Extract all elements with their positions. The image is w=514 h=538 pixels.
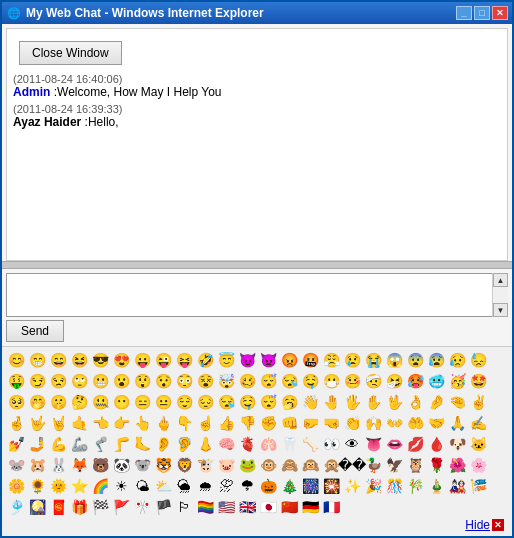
emoji-item[interactable]: 🐻 bbox=[90, 455, 110, 475]
emoji-item[interactable]: 😷 bbox=[321, 371, 341, 391]
emoji-item[interactable]: 🤜 bbox=[321, 413, 341, 433]
emoji-item[interactable]: 💅 bbox=[6, 434, 26, 454]
emoji-item[interactable]: 🌧 bbox=[195, 476, 215, 496]
emoji-item[interactable]: 🌼 bbox=[6, 476, 26, 496]
emoji-item[interactable]: 🇺🇸 bbox=[216, 497, 236, 517]
emoji-item[interactable]: 🤣 bbox=[195, 350, 215, 370]
emoji-item[interactable]: 😎 bbox=[90, 350, 110, 370]
emoji-item[interactable]: 👎 bbox=[237, 413, 257, 433]
emoji-item[interactable]: 😍 bbox=[111, 350, 131, 370]
emoji-item[interactable]: 🇨🇳 bbox=[279, 497, 299, 517]
emoji-item[interactable]: 🖐 bbox=[342, 392, 362, 412]
emoji-item[interactable]: 🎑 bbox=[27, 497, 47, 517]
emoji-item[interactable]: 🦶 bbox=[132, 434, 152, 454]
emoji-item[interactable]: 🐯 bbox=[153, 455, 173, 475]
emoji-item[interactable]: 🤭 bbox=[27, 392, 47, 412]
emoji-item[interactable]: ⛅ bbox=[153, 476, 173, 496]
emoji-item[interactable]: 😶 bbox=[111, 392, 131, 412]
emoji-item[interactable]: 🏴 bbox=[153, 497, 173, 517]
emoji-item[interactable]: ✌ bbox=[468, 392, 488, 412]
emoji-item[interactable]: 🤔 bbox=[69, 392, 89, 412]
emoji-item[interactable]: 🦴 bbox=[300, 434, 320, 454]
emoji-item[interactable]: 🤑 bbox=[6, 371, 26, 391]
close-window-button[interactable]: Close Window bbox=[19, 41, 122, 65]
emoji-item[interactable]: 👍 bbox=[216, 413, 236, 433]
emoji-item[interactable]: 😴 bbox=[258, 392, 278, 412]
emoji-item[interactable]: 🎃 bbox=[258, 476, 278, 496]
emoji-item[interactable]: 🌸 bbox=[468, 455, 488, 475]
emoji-item[interactable]: 🎆 bbox=[300, 476, 320, 496]
emoji-item[interactable]: 🐮 bbox=[195, 455, 215, 475]
emoji-item[interactable]: 👁 bbox=[342, 434, 362, 454]
emoji-item[interactable]: 😪 bbox=[279, 371, 299, 391]
emoji-item[interactable]: 🤩 bbox=[468, 371, 488, 391]
emoji-item[interactable]: 👊 bbox=[279, 413, 299, 433]
emoji-item[interactable]: 👿 bbox=[258, 350, 278, 370]
emoji-item[interactable]: ✍ bbox=[468, 413, 488, 433]
emoji-item[interactable]: 🤲 bbox=[405, 413, 425, 433]
emoji-item[interactable]: 🙉 bbox=[300, 455, 320, 475]
emoji-item[interactable]: 👂 bbox=[153, 434, 173, 454]
scroll-down-arrow[interactable]: ▼ bbox=[493, 303, 508, 317]
emoji-item[interactable]: 😡 bbox=[279, 350, 299, 370]
emoji-item[interactable]: 😐 bbox=[153, 392, 173, 412]
emoji-item[interactable]: 🌺 bbox=[447, 455, 467, 475]
emoji-item[interactable]: 🎏 bbox=[468, 476, 488, 496]
emoji-item[interactable]: 🤤 bbox=[300, 371, 320, 391]
emoji-item[interactable]: 🎍 bbox=[426, 476, 446, 496]
emoji-item[interactable]: 😈 bbox=[237, 350, 257, 370]
emoji-item[interactable]: 🤞 bbox=[6, 413, 26, 433]
scroll-up-arrow[interactable]: ▲ bbox=[493, 273, 508, 287]
emoji-item[interactable]: 🐵 bbox=[258, 455, 278, 475]
emoji-item[interactable]: 😭 bbox=[363, 350, 383, 370]
hide-emoji-button[interactable]: Hide✕ bbox=[465, 518, 504, 532]
emoji-item[interactable]: 🦾 bbox=[69, 434, 89, 454]
emoji-item[interactable]: 👋 bbox=[300, 392, 320, 412]
emoji-item[interactable]: 😏 bbox=[27, 371, 47, 391]
emoji-item[interactable]: 👆 bbox=[132, 413, 152, 433]
emoji-item[interactable]: 👇 bbox=[174, 413, 194, 433]
emoji-item[interactable]: 🤐 bbox=[90, 392, 110, 412]
emoji-item[interactable]: 👈 bbox=[90, 413, 110, 433]
emoji-item[interactable]: 🏳 bbox=[174, 497, 194, 517]
emoji-item[interactable]: 🖖 bbox=[384, 392, 404, 412]
emoji-item[interactable]: 🐹 bbox=[27, 455, 47, 475]
emoji-item[interactable]: 🤧 bbox=[384, 371, 404, 391]
emoji-item[interactable]: 😓 bbox=[468, 350, 488, 370]
emoji-item[interactable]: 🤬 bbox=[300, 350, 320, 370]
emoji-item[interactable]: 👃 bbox=[195, 434, 215, 454]
emoji-item[interactable]: 🎊 bbox=[384, 476, 404, 496]
emoji-item[interactable]: 😌 bbox=[174, 392, 194, 412]
emoji-item[interactable]: 😥 bbox=[447, 350, 467, 370]
emoji-item[interactable]: 🦆 bbox=[363, 455, 383, 475]
emoji-item[interactable]: 🎌 bbox=[132, 497, 152, 517]
emoji-item[interactable]: 🇯🇵 bbox=[258, 497, 278, 517]
emoji-item[interactable]: ✊ bbox=[258, 413, 278, 433]
emoji-item[interactable]: 🎁 bbox=[69, 497, 89, 517]
emoji-item[interactable]: 😱 bbox=[384, 350, 404, 370]
emoji-item[interactable]: 😇 bbox=[216, 350, 236, 370]
emoji-item[interactable]: 🤌 bbox=[426, 392, 446, 412]
emoji-item[interactable]: 🥴 bbox=[237, 371, 257, 391]
emoji-item[interactable]: 🤳 bbox=[27, 434, 47, 454]
emoji-item[interactable]: 🦉 bbox=[405, 455, 425, 475]
emoji-item[interactable]: 😝 bbox=[174, 350, 194, 370]
emoji-item[interactable]: 🦵 bbox=[111, 434, 131, 454]
emoji-item[interactable]: 🌞 bbox=[48, 476, 68, 496]
emoji-item[interactable]: 🙏 bbox=[447, 413, 467, 433]
emoji-item[interactable]: 😴 bbox=[258, 371, 278, 391]
emoji-item[interactable]: 😬 bbox=[90, 371, 110, 391]
emoji-item[interactable]: ✋ bbox=[363, 392, 383, 412]
send-button[interactable]: Send bbox=[6, 320, 64, 342]
emoji-item[interactable]: 😵 bbox=[195, 371, 215, 391]
emoji-item[interactable]: 😑 bbox=[132, 392, 152, 412]
emoji-item[interactable]: 😒 bbox=[48, 371, 68, 391]
emoji-item[interactable]: 🖕 bbox=[153, 413, 173, 433]
emoji-item[interactable]: 👐 bbox=[384, 413, 404, 433]
emoji-item[interactable]: 🎇 bbox=[321, 476, 341, 496]
emoji-item[interactable]: 🤤 bbox=[237, 392, 257, 412]
emoji-item[interactable]: 😮 bbox=[111, 371, 131, 391]
emoji-item[interactable]: 🐸 bbox=[237, 455, 257, 475]
emoji-item[interactable]: 💋 bbox=[405, 434, 425, 454]
emoji-item[interactable]: 🐱 bbox=[468, 434, 488, 454]
